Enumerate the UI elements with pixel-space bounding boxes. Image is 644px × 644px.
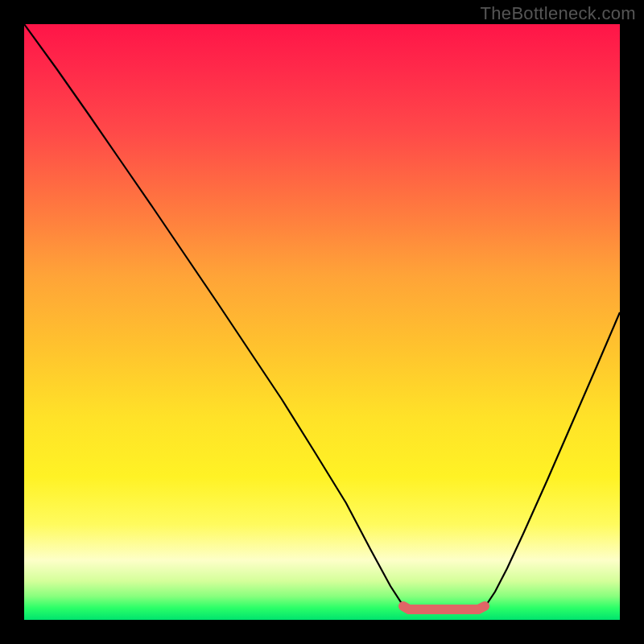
bottleneck-curve	[24, 24, 620, 609]
chart-svg	[24, 24, 620, 620]
watermark-label: TheBottleneck.com	[481, 3, 636, 24]
chart-frame: TheBottleneck.com	[0, 0, 644, 644]
plot-area	[24, 24, 620, 620]
sweet-spot-highlight	[403, 606, 485, 609]
